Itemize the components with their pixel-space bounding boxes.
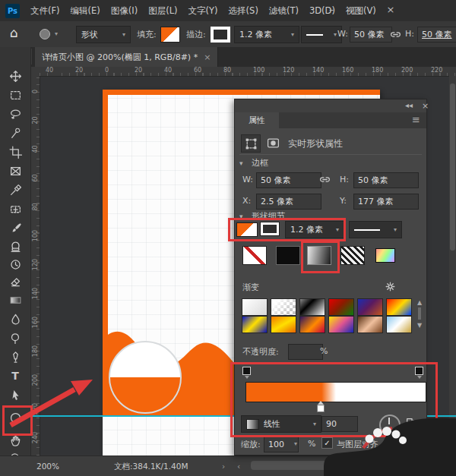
tab-close-icon[interactable]: × xyxy=(204,52,211,62)
align-with-layer-checkbox[interactable]: ✓ xyxy=(321,437,333,449)
pen-tool[interactable] xyxy=(7,348,24,365)
link-dimensions-icon[interactable] xyxy=(389,28,402,44)
brush-tool[interactable] xyxy=(7,219,24,236)
shape-width-field[interactable]: 50 像素 xyxy=(350,27,392,43)
horizontal-scrollbar-thumb[interactable] xyxy=(251,461,342,470)
section-chevron-icon[interactable]: ▾ xyxy=(239,213,243,220)
document-tab[interactable]: 详情页小图 @ 200%(椭圆 1, RGB/8#) * × xyxy=(35,47,218,67)
close-button[interactable]: × xyxy=(380,2,401,17)
shape-height-field[interactable]: 50 像素 xyxy=(417,27,456,43)
history-brush-tool[interactable] xyxy=(7,256,24,273)
gradient-preset-yellow-pink-blue[interactable] xyxy=(328,316,354,333)
gear-icon[interactable] xyxy=(384,280,397,296)
gradient-angle-field[interactable]: 90 xyxy=(321,416,358,432)
move-tool[interactable] xyxy=(7,68,24,84)
panel-menu-icon[interactable]: ≡ xyxy=(412,114,420,125)
fill-color-swatch[interactable] xyxy=(160,27,180,43)
clone-stamp-tool[interactable] xyxy=(7,238,24,254)
prev-arrow-icon[interactable]: ‹ xyxy=(237,462,240,471)
gradient-style-select[interactable]: 线性 ▾ xyxy=(241,415,321,433)
minimize-button[interactable]: – xyxy=(322,2,340,17)
eyedropper-tool[interactable] xyxy=(7,181,24,198)
menu-item-5[interactable]: 选择(S) xyxy=(229,5,258,17)
gradient-preset-white[interactable] xyxy=(242,298,268,316)
home-icon[interactable]: ⌂ xyxy=(10,25,18,40)
gradient-preset-copper[interactable] xyxy=(357,316,383,333)
chevron-down-icon[interactable]: ▾ xyxy=(294,440,297,447)
stroke-color-swatch[interactable] xyxy=(211,27,230,43)
panel-stroke-width-select[interactable]: 1.2 像素 ▾ xyxy=(285,221,344,238)
dodge-tool[interactable] xyxy=(7,329,24,346)
gradient-ellipse-shape[interactable] xyxy=(109,341,182,414)
gradient-preset-red-to-green[interactable] xyxy=(328,298,354,316)
path-selection-tool[interactable] xyxy=(7,386,24,403)
prop-w-label: W: xyxy=(242,175,253,184)
tab-properties[interactable]: 属性 xyxy=(235,112,279,128)
gradient-preset-red-yellow-blue[interactable] xyxy=(386,298,412,316)
crop-tool[interactable] xyxy=(7,143,24,160)
menu-item-3[interactable]: 图层(L) xyxy=(148,5,177,17)
document-vertical-scrollbar[interactable] xyxy=(449,76,456,454)
gradient-preset-black-to-white[interactable] xyxy=(299,298,325,316)
menu-item-1[interactable]: 编辑(E) xyxy=(71,5,100,17)
maximize-button[interactable]: □ xyxy=(348,2,366,17)
scrollbar-thumb[interactable] xyxy=(450,84,455,251)
fill-type-gradient-button[interactable] xyxy=(307,246,331,265)
link-wh-icon[interactable] xyxy=(318,173,331,189)
gradient-preset-blue-yellow-blue[interactable] xyxy=(242,316,268,333)
gradient-preset-violet-orange-magenta[interactable] xyxy=(299,316,325,333)
fill-type-pattern-button[interactable] xyxy=(340,246,365,265)
prop-x-field[interactable]: 2.5 像素 xyxy=(256,194,321,210)
section-chevron-icon[interactable]: ▾ xyxy=(239,159,243,167)
menu-item-4[interactable]: 文字(Y) xyxy=(188,5,218,17)
gradient-opacity-stop-right[interactable] xyxy=(415,367,423,375)
opacity-field[interactable] xyxy=(288,344,323,360)
mask-properties-icon[interactable] xyxy=(264,134,282,151)
angle-dial[interactable] xyxy=(379,415,401,436)
gradient-opacity-stop-left[interactable] xyxy=(242,367,251,375)
quick-selection-tool[interactable] xyxy=(7,125,24,141)
stroke-width-select[interactable]: 1.2 像素 ▾ xyxy=(234,26,299,43)
fill-type-none-button[interactable] xyxy=(242,246,267,265)
marquee-tool[interactable] xyxy=(7,87,24,103)
fill-type-solid-button[interactable] xyxy=(276,246,300,265)
color-picker-button[interactable] xyxy=(375,248,395,263)
gradient-preset-blue-to-orange[interactable] xyxy=(357,298,383,316)
prop-y-field[interactable]: 177 像素 xyxy=(353,194,419,210)
transform-properties-icon[interactable] xyxy=(241,134,261,153)
tool-preset-picker[interactable]: ▾ xyxy=(35,25,74,43)
gradient-tool[interactable] xyxy=(7,292,24,308)
ellipse-tool[interactable] xyxy=(7,409,24,426)
panel-close-icon[interactable]: × xyxy=(422,101,429,111)
chevron-down-icon: ▾ xyxy=(336,226,339,233)
menu-item-6[interactable]: 滤镜(T) xyxy=(269,5,299,17)
collapse-panel-icon[interactable]: ◂◂ xyxy=(405,101,413,109)
scroll-up-icon[interactable]: ▲ xyxy=(417,299,422,306)
gradient-preset-blue-white-gold[interactable] xyxy=(386,316,412,333)
panel-fill-swatch[interactable] xyxy=(236,222,258,237)
gradient-preview-bar[interactable] xyxy=(245,382,426,402)
tool-mode-select[interactable]: 形状 ▾ xyxy=(76,26,131,43)
menu-item-2[interactable]: 图像(I) xyxy=(111,5,138,17)
panel-stroke-type-select[interactable]: ▾ xyxy=(349,221,402,238)
gradient-preset-orange-yellow-orange[interactable] xyxy=(271,316,296,333)
zoom-level[interactable]: 200% xyxy=(36,462,59,471)
frame-tool[interactable] xyxy=(7,162,24,179)
prop-h-field[interactable]: 50 像素 xyxy=(353,172,419,188)
blur-tool[interactable] xyxy=(7,311,24,327)
scroll-down-icon[interactable]: ▼ xyxy=(417,322,422,329)
prop-w-field[interactable]: 50 像素 xyxy=(256,172,321,188)
hand-tool[interactable] xyxy=(7,432,24,449)
type-tool[interactable]: T xyxy=(7,367,24,384)
gradient-preset-foreground-to-transparent[interactable] xyxy=(271,298,296,316)
menu-item-0[interactable]: 文件(F) xyxy=(30,5,60,17)
stroke-type-select[interactable]: ▾ xyxy=(301,26,342,43)
lasso-tool[interactable] xyxy=(7,106,24,122)
gradient-color-stop[interactable] xyxy=(317,405,325,412)
reverse-gradient-icon[interactable] xyxy=(405,417,418,433)
presets-scrollbar-thumb[interactable] xyxy=(418,307,421,320)
patch-tool[interactable] xyxy=(7,200,24,217)
eraser-tool[interactable] xyxy=(7,273,24,289)
next-arrow-icon[interactable]: › xyxy=(222,462,225,471)
panel-stroke-swatch[interactable] xyxy=(261,222,279,235)
